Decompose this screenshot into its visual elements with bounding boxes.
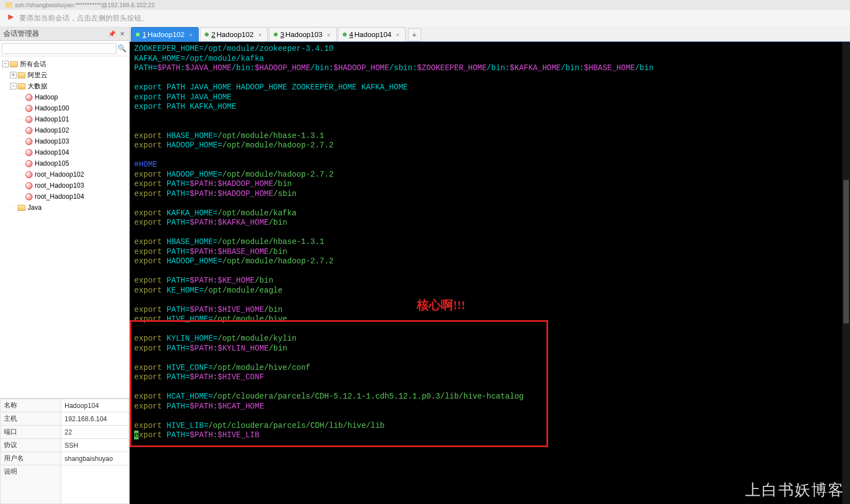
properties-panel: 名称Hadoop104主机192.168.6.104端口22协议SSH用户名sh… [0,398,129,504]
status-dot-icon [274,33,278,36]
search-icon[interactable]: 🔍 [116,43,128,54]
tree-session-item[interactable]: ⋯root_Hadoop104 [1,191,128,202]
folder-icon [18,72,25,78]
tree-label: Hadoop103 [35,137,69,145]
status-dot-icon [205,33,209,36]
flag-icon [8,14,16,22]
session-icon [25,193,33,200]
tree-session-item[interactable]: ⋯Hadoop101 [1,114,128,125]
tree-session-item[interactable]: ⋯Hadoop102 [1,125,128,136]
tree-session-item[interactable]: ⋯root_Hadoop102 [1,169,128,180]
tab-hadoop102[interactable]: 2 Hadoop102× [200,27,268,41]
close-icon[interactable]: ✕ [118,30,126,38]
prop-key: 名称 [1,399,61,412]
content-area: 1 Hadoop102×2 Hadoop102×3 Hadoop103×4 Ha… [130,26,850,504]
tree-folder-aliyun[interactable]: + 阿里云 [1,70,128,81]
collapse-icon[interactable]: − [2,61,9,67]
tree-session-item[interactable]: ⋯root_Hadoop103 [1,180,128,191]
prop-key: 协议 [1,439,61,452]
prop-key: 主机 [1,412,61,426]
session-tree[interactable]: − 所有会话 + 阿里云 − 大数据 ⋯Hadoop⋯Hadoop100⋯Had… [0,56,129,398]
hint-text: 要添加当前会话，点击左侧的箭头按钮。 [19,13,148,23]
session-icon [25,94,33,101]
session-icon [25,138,33,145]
prop-key: 用户名 [1,452,61,465]
address-bar: ssh://shangbaishuyao:***********@192.168… [0,0,850,10]
prop-value: 22 [61,426,129,439]
search-input[interactable] [2,43,116,54]
session-icon [25,171,33,178]
hint-bar: 要添加当前会话，点击左侧的箭头按钮。 [0,10,850,26]
address-text: ssh://shangbaishuyao:***********@192.168… [15,2,155,8]
folder-icon [18,83,25,89]
tab-close-icon[interactable]: × [258,31,261,38]
annotation-text: 核心啊!!! [417,300,465,310]
tree-session-item[interactable]: ⋯Hadoop105 [1,158,128,169]
session-icon [25,149,33,156]
tree-label: Hadoop101 [35,115,69,123]
session-icon [25,182,33,189]
tree-label: Hadoop104 [35,148,69,156]
tab-close-icon[interactable]: × [189,31,192,38]
tab-hadoop102[interactable]: 1 Hadoop102× [131,27,199,41]
session-icon [25,127,33,134]
tree-label: Hadoop [35,93,58,101]
tree-root-label: 所有会话 [20,60,46,69]
sidebar: 会话管理器 📌 ✕ 🔍 − 所有会话 + 阿里云 − [0,26,130,504]
tree-root[interactable]: − 所有会话 [1,59,128,70]
tree-session-item[interactable]: ⋯Hadoop104 [1,147,128,158]
add-tab-button[interactable]: + [408,28,421,41]
tree-label: Hadoop102 [35,126,69,134]
tree-item-java[interactable]: ⋯ Java [1,202,128,213]
session-icon [25,116,33,123]
tree-label: root_Hadoop102 [35,171,84,178]
tree-session-item[interactable]: ⋯Hadoop [1,92,128,103]
tree-session-item[interactable]: ⋯Hadoop103 [1,136,128,147]
prop-value [61,465,129,504]
terminal-scrollbar[interactable] [842,42,850,504]
status-dot-icon [136,33,140,36]
sidebar-title: 会话管理器 [3,29,106,39]
prop-value: Hadoop104 [61,399,129,412]
session-icon [25,105,33,112]
prop-key: 端口 [1,426,61,439]
expand-icon[interactable]: + [10,72,17,78]
tab-bar: 1 Hadoop102×2 Hadoop102×3 Hadoop103×4 Ha… [130,26,850,42]
tree-label: root_Hadoop103 [35,182,84,189]
tree-label: 大数据 [28,82,47,91]
tree-label: Hadoop100 [35,104,69,112]
sidebar-header: 会话管理器 📌 ✕ [0,26,129,41]
prop-value: shangbaishuyao [61,452,129,465]
tree-session-item[interactable]: ⋯Hadoop100 [1,103,128,114]
status-dot-icon [343,33,347,36]
prop-value: 192.168.6.104 [61,412,129,426]
tree-label: Hadoop105 [35,160,69,167]
pin-icon[interactable]: 📌 [108,30,116,38]
scrollbar-thumb[interactable] [843,180,849,323]
tree-folder-bigdata[interactable]: − 大数据 [1,81,128,92]
tab-close-icon[interactable]: × [327,31,330,38]
search-row: 🔍 [0,41,129,56]
folder-icon [6,2,12,8]
prop-value: SSH [61,439,129,452]
terminal[interactable]: ZOOKEEPER_HOME=/opt/module/zookeeper-3.4… [130,42,850,504]
folder-icon [18,205,25,211]
tree-label: 阿里云 [28,71,47,80]
collapse-icon[interactable]: − [10,83,17,89]
session-icon [25,160,33,167]
tab-hadoop103[interactable]: 3 Hadoop103× [269,27,337,41]
tab-close-icon[interactable]: × [396,31,399,38]
prop-key: 说明 [1,465,61,504]
tree-label: Java [28,204,41,211]
tab-hadoop104[interactable]: 4 Hadoop104× [338,27,406,41]
folder-icon [10,61,18,67]
tree-label: root_Hadoop104 [35,193,84,200]
